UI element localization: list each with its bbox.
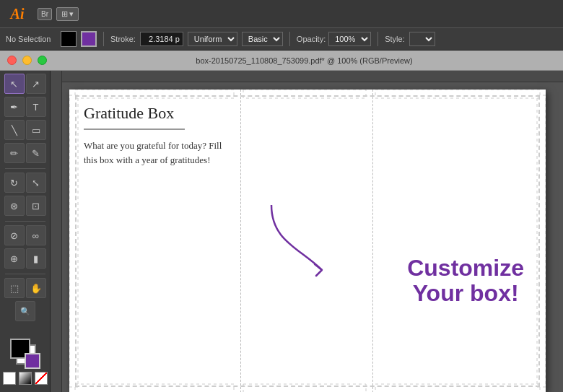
ai-logo: Ai — [6, 3, 29, 25]
paintbrush-tool[interactable]: ✏ — [4, 143, 25, 163]
menu-bar: Ai Br ⊞ ▾ — [0, 0, 563, 27]
fg-bg-swatches[interactable] — [10, 339, 40, 369]
divider-1 — [103, 32, 104, 46]
left-panel: Gratitude Box What are you grateful for … — [84, 104, 228, 167]
gradient-mode-swatch[interactable] — [19, 372, 32, 385]
body-text: What are you grateful for today? Fill th… — [84, 139, 228, 167]
stroke-profile-select[interactable]: Basic — [242, 32, 283, 46]
tool-separator-3 — [5, 274, 45, 274]
blend-tool[interactable]: ∞ — [26, 225, 46, 245]
customize-text: Customize Your box! — [407, 256, 524, 306]
fill-color-box[interactable] — [61, 31, 77, 47]
sample-tools: ⊘ ∞ — [4, 225, 46, 245]
opacity-group: Opacity: 100% — [297, 32, 371, 46]
draw-tools-2: ╲ ▭ — [4, 120, 46, 140]
stroke-value-input[interactable] — [140, 32, 183, 46]
arrow-decoration — [214, 198, 358, 284]
document-heading: Gratitude Box — [84, 104, 228, 123]
normal-mode-swatch[interactable] — [3, 372, 16, 385]
pencil-tool[interactable]: ✎ — [26, 143, 46, 163]
draw-tools-3: ✏ ✎ — [4, 143, 46, 163]
left-toolbar: ↖ ↗ ✒ T ╲ ▭ ✏ ✎ ↻ ⤡ ⊛ ⊡ ⊘ ∞ ⊕ — [0, 71, 51, 392]
zoom-tools: 🔍 — [15, 301, 35, 321]
main-area: ↖ ↗ ✒ T ╲ ▭ ✏ ✎ ↻ ⤡ ⊛ ⊡ ⊘ ∞ ⊕ — [0, 71, 563, 392]
column-guide-2 — [372, 90, 373, 392]
window-chrome: box-20150725_110808_753099.pdf* @ 100% (… — [0, 51, 563, 71]
none-mode-swatch[interactable] — [35, 372, 48, 385]
hand-tool[interactable]: ✋ — [26, 278, 46, 298]
free-transform-tool[interactable]: ⊡ — [26, 196, 46, 216]
eyedropper-tool[interactable]: ⊘ — [4, 225, 25, 245]
canvas-area[interactable]: Gratitude Box What are you grateful for … — [51, 71, 563, 392]
pen-tool[interactable]: ✒ — [4, 97, 25, 117]
selection-tool[interactable]: ↖ — [4, 74, 25, 94]
opacity-select[interactable]: 100% — [328, 32, 371, 46]
style-select[interactable] — [409, 32, 435, 46]
arrangement-menu[interactable]: ⊞ ▾ — [56, 7, 79, 21]
type-tool[interactable]: T — [26, 97, 46, 117]
ruler-horizontal — [51, 71, 563, 82]
maximize-button[interactable] — [38, 56, 47, 65]
warp-tool[interactable]: ⊛ — [4, 196, 25, 216]
ruler-vertical — [51, 71, 62, 392]
stroke-type-select[interactable]: Uniform — [188, 32, 237, 46]
stroke-color-swatch[interactable] — [25, 353, 40, 369]
divider-2 — [289, 32, 290, 46]
line-tool[interactable]: ╲ — [4, 120, 25, 140]
document-container: Gratitude Box What are you grateful for … — [69, 90, 556, 385]
graph-tool[interactable]: ▮ — [26, 248, 46, 269]
zoom-tool[interactable]: 🔍 — [15, 301, 35, 321]
stroke-label: Stroke: — [110, 35, 136, 43]
color-mode-row — [3, 372, 48, 385]
warp-tools: ⊛ ⊡ — [4, 196, 46, 216]
rectangle-tool[interactable]: ▭ — [26, 120, 46, 140]
page[interactable]: Gratitude Box What are you grateful for … — [69, 90, 546, 392]
customize-line2: Your box! — [407, 281, 524, 306]
br-badge[interactable]: Br — [38, 8, 52, 20]
opacity-label: Opacity: — [297, 35, 326, 43]
symbol-sprayer-tool[interactable]: ⊕ — [4, 248, 25, 269]
tool-separator-2 — [5, 221, 45, 222]
minimize-button[interactable] — [22, 56, 32, 65]
tool-separator-1 — [5, 168, 45, 169]
selection-tools: ↖ ↗ — [4, 74, 46, 94]
divider-3 — [377, 32, 378, 46]
direct-selection-tool[interactable]: ↗ — [26, 74, 46, 94]
toolbar: No Selection Stroke: Uniform Basic Opaci… — [0, 27, 563, 51]
close-button[interactable] — [7, 56, 17, 65]
color-swatches — [3, 334, 48, 389]
view-tools: ⬚ ✋ — [4, 278, 46, 298]
selection-status: No Selection — [6, 35, 56, 43]
transform-tools: ↻ ⤡ — [4, 173, 46, 193]
arrangement-icon: ⊞ — [61, 9, 68, 19]
stroke-color-box[interactable] — [81, 31, 97, 47]
draw-tools-1: ✒ T — [4, 97, 46, 117]
artboard-tool[interactable]: ⬚ — [4, 278, 25, 298]
heading-underline — [84, 129, 185, 130]
style-label: Style: — [385, 35, 405, 43]
symbol-tools: ⊕ ▮ — [4, 248, 46, 269]
customize-line1: Customize — [407, 256, 524, 281]
arrangement-chevron: ▾ — [69, 9, 74, 19]
window-title: box-20150725_110808_753099.pdf* @ 100% (… — [53, 56, 556, 65]
scale-tool[interactable]: ⤡ — [26, 173, 46, 193]
rotate-tool[interactable]: ↻ — [4, 173, 25, 193]
